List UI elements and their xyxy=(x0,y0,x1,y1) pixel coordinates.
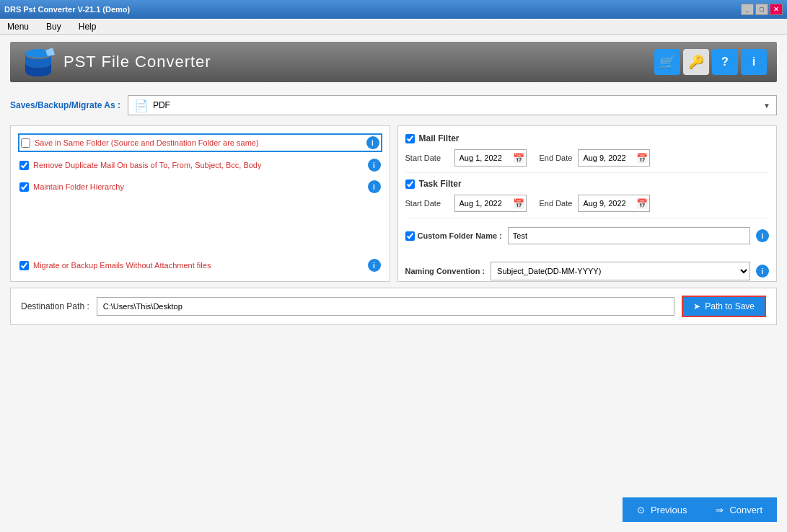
custom-folder-row: Custom Folder Name : i xyxy=(405,227,770,244)
maximize-button[interactable]: □ xyxy=(755,4,768,15)
mail-filter-label: Mail Filter xyxy=(419,133,460,143)
custom-folder-info-icon[interactable]: i xyxy=(756,229,769,242)
convert-button[interactable]: ⇒ Convert xyxy=(701,497,777,522)
convert-label: Convert xyxy=(729,505,762,515)
mail-start-date-field[interactable] xyxy=(460,154,510,162)
header-title: PST File Converter xyxy=(63,53,211,71)
logo-icon xyxy=(20,48,56,76)
destination-path-input[interactable] xyxy=(97,297,675,316)
save-as-label: Saves/Backup/Migrate As : xyxy=(10,100,120,110)
naming-convention-label: Naming Convention : xyxy=(405,267,485,275)
header-logo: PST File Converter xyxy=(20,48,211,76)
task-end-date-calendar-icon[interactable]: 📅 xyxy=(636,198,648,209)
save-same-folder-info-icon[interactable]: i xyxy=(366,136,379,149)
task-end-date-input[interactable]: 📅 xyxy=(578,195,650,212)
maintain-hierarchy-info-icon[interactable]: i xyxy=(368,180,381,193)
mail-start-date-calendar-icon[interactable]: 📅 xyxy=(513,153,524,164)
maintain-hierarchy-label: Maintain Folder Hierarchy xyxy=(33,182,364,191)
option-row-migrate-backup: Migrate or Backup Emails Without Attachm… xyxy=(18,257,382,274)
naming-convention-row: Naming Convention : Subject_Date(DD-MM-Y… xyxy=(405,256,770,280)
mail-end-date-field[interactable] xyxy=(583,154,633,162)
previous-label: Previous xyxy=(651,505,687,515)
task-start-date-field[interactable] xyxy=(460,199,510,208)
left-panel: Save in Same Folder (Source and Destinat… xyxy=(10,125,390,282)
custom-folder-input[interactable] xyxy=(508,227,750,244)
convert-icon: ⇒ xyxy=(716,505,724,515)
mail-filter-checkbox[interactable] xyxy=(405,134,415,143)
destination-path-row: Destination Path : ➤ Path to Save xyxy=(10,288,777,325)
custom-folder-checkbox[interactable] xyxy=(405,231,415,241)
key-icon-button[interactable]: 🔑 xyxy=(683,49,709,75)
pdf-icon: 📄 xyxy=(134,99,149,112)
mail-start-date-input[interactable]: 📅 xyxy=(454,149,527,167)
remove-duplicate-info-icon[interactable]: i xyxy=(368,159,381,172)
menu-item-help[interactable]: Help xyxy=(76,20,100,33)
menu-item-menu[interactable]: Menu xyxy=(4,20,32,33)
path-to-save-button[interactable]: ➤ Path to Save xyxy=(682,296,766,317)
mail-filter-date-row: Start Date 📅 End Date 📅 xyxy=(405,149,770,167)
path-to-save-icon: ➤ xyxy=(693,301,700,311)
mail-end-date-label: End Date xyxy=(540,154,573,162)
task-filter-date-row: Start Date 📅 End Date 📅 xyxy=(405,195,770,212)
task-filter-checkbox[interactable] xyxy=(405,179,415,189)
previous-button[interactable]: ⊙ Previous xyxy=(623,497,702,522)
path-to-save-label: Path to Save xyxy=(705,301,755,311)
save-as-value: PDF xyxy=(153,100,170,110)
mail-start-date-label: Start Date xyxy=(405,154,449,162)
task-filter-section: Task Filter Start Date 📅 End Date 📅 xyxy=(405,179,770,218)
title-bar-controls: _ □ ✕ xyxy=(741,4,783,15)
migrate-backup-info-icon[interactable]: i xyxy=(368,259,381,272)
task-filter-label: Task Filter xyxy=(419,179,462,189)
task-filter-title: Task Filter xyxy=(405,179,770,189)
save-as-arrow-icon: ▼ xyxy=(763,102,770,110)
naming-convention-select[interactable]: Subject_Date(DD-MM-YYYY) Date_Subject(DD… xyxy=(491,262,750,280)
mail-filter-title: Mail Filter xyxy=(405,133,770,143)
save-as-select-inner: 📄 PDF xyxy=(134,99,757,112)
two-col-panel: Save in Same Folder (Source and Destinat… xyxy=(10,125,777,282)
main-area: PST File Converter 🛒 🔑 ? i Saves/Backup/… xyxy=(0,35,787,532)
naming-convention-info-icon[interactable]: i xyxy=(756,265,769,278)
save-as-select[interactable]: 📄 PDF ▼ xyxy=(128,95,777,115)
mail-end-date-input[interactable]: 📅 xyxy=(578,149,650,167)
option-row-maintain-hierarchy: Maintain Folder Hierarchy i xyxy=(18,178,382,195)
menu-bar: Menu Buy Help xyxy=(0,19,787,35)
bottom-spacer xyxy=(10,331,777,487)
custom-folder-label: Custom Folder Name : xyxy=(405,231,502,241)
task-start-date-calendar-icon[interactable]: 📅 xyxy=(513,198,524,209)
option-row-remove-duplicate: Remove Duplicate Mail On basis of To, Fr… xyxy=(18,156,382,174)
save-same-folder-label: Save in Same Folder (Source and Destinat… xyxy=(35,138,362,147)
mail-end-date-calendar-icon[interactable]: 📅 xyxy=(636,153,648,164)
task-end-date-label: End Date xyxy=(540,199,573,208)
destination-path-label: Destination Path : xyxy=(21,301,89,311)
menu-item-buy[interactable]: Buy xyxy=(43,20,64,33)
info-icon-button[interactable]: i xyxy=(741,49,767,75)
close-button[interactable]: ✕ xyxy=(770,4,783,15)
task-end-date-field[interactable] xyxy=(583,199,633,208)
task-start-date-input[interactable]: 📅 xyxy=(454,195,527,212)
option-row-save-same-folder: Save in Same Folder (Source and Destinat… xyxy=(18,133,382,152)
save-same-folder-checkbox[interactable] xyxy=(21,138,30,148)
mail-filter-section: Mail Filter Start Date 📅 End Date 📅 xyxy=(405,133,770,173)
save-as-row: Saves/Backup/Migrate As : 📄 PDF ▼ xyxy=(10,91,777,120)
footer-bar: ⊙ Previous ⇒ Convert xyxy=(10,493,777,525)
remove-duplicate-checkbox[interactable] xyxy=(19,161,29,170)
minimize-button[interactable]: _ xyxy=(741,4,754,15)
header-icons: 🛒 🔑 ? i xyxy=(654,49,767,75)
title-bar: DRS Pst Converter V-21.1 (Demo) _ □ ✕ xyxy=(0,0,787,19)
migrate-backup-label: Migrate or Backup Emails Without Attachm… xyxy=(33,261,364,270)
title-bar-text: DRS Pst Converter V-21.1 (Demo) xyxy=(4,5,130,14)
help-icon-button[interactable]: ? xyxy=(712,49,738,75)
previous-icon: ⊙ xyxy=(637,505,645,515)
custom-folder-text: Custom Folder Name : xyxy=(418,231,502,240)
maintain-hierarchy-checkbox[interactable] xyxy=(19,182,29,192)
right-panel: Mail Filter Start Date 📅 End Date 📅 xyxy=(397,125,778,282)
cart-icon-button[interactable]: 🛒 xyxy=(654,49,680,75)
remove-duplicate-label: Remove Duplicate Mail On basis of To, Fr… xyxy=(33,161,364,169)
migrate-backup-checkbox[interactable] xyxy=(19,261,29,270)
header-bar: PST File Converter 🛒 🔑 ? i xyxy=(10,42,777,82)
task-start-date-label: Start Date xyxy=(405,199,449,208)
